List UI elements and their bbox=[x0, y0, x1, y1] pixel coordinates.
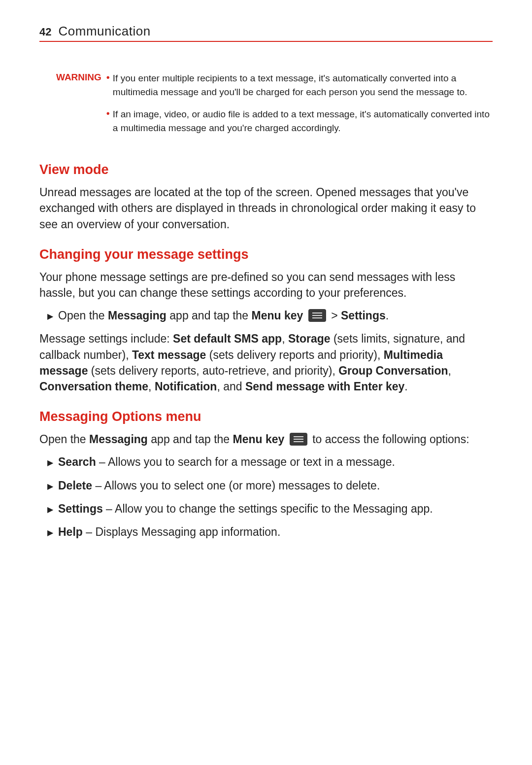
text: – Allows you to search for a message or … bbox=[96, 455, 395, 468]
menu-key-icon bbox=[290, 433, 307, 446]
option-text: Settings – Allow you to change the setti… bbox=[58, 501, 433, 517]
bold-text: Notification bbox=[155, 380, 217, 393]
warning-text: If you enter multiple recipients to a te… bbox=[113, 71, 493, 99]
page-title: Communication bbox=[58, 24, 150, 39]
page-number: 42 bbox=[39, 26, 51, 38]
text: app and tap the bbox=[166, 309, 252, 322]
bold-text: Messaging bbox=[108, 309, 166, 322]
svg-rect-4 bbox=[294, 439, 303, 440]
text: , and bbox=[217, 380, 245, 393]
text: , bbox=[148, 380, 155, 393]
option-text: Help – Displays Messaging app informatio… bbox=[58, 524, 280, 540]
options-intro: Open the Messaging app and tap the Menu … bbox=[39, 431, 493, 447]
text: Message settings include: bbox=[39, 332, 173, 345]
svg-rect-1 bbox=[312, 315, 322, 316]
bold-text: Settings bbox=[58, 502, 103, 515]
text: app and tap the bbox=[148, 433, 233, 446]
warning-item: • If you enter multiple recipients to a … bbox=[106, 71, 493, 99]
bold-text: Delete bbox=[58, 479, 92, 492]
bold-text: Send message with Enter key bbox=[245, 380, 404, 393]
bold-text: Conversation theme bbox=[39, 380, 148, 393]
option-text: Search – Allows you to search for a mess… bbox=[58, 454, 395, 470]
bullet-dot-icon: • bbox=[106, 71, 110, 99]
settings-paragraph: Message settings include: Set default SM… bbox=[39, 331, 493, 394]
page: 42 Communication WARNING • If you enter … bbox=[0, 0, 532, 577]
bullet-dot-icon: • bbox=[106, 107, 110, 135]
bold-text: Text message bbox=[132, 348, 206, 361]
warning-items: • If you enter multiple recipients to a … bbox=[106, 71, 493, 143]
bold-text: Help bbox=[58, 525, 83, 538]
option-item-help: ▶ Help – Displays Messaging app informat… bbox=[47, 524, 493, 540]
text: Open the bbox=[58, 309, 108, 322]
bold-text: Menu key bbox=[233, 433, 285, 446]
option-item-search: ▶ Search – Allows you to search for a me… bbox=[47, 454, 493, 470]
menu-key-icon bbox=[308, 309, 326, 322]
step-list: ▶ Open the Messaging app and tap the Men… bbox=[47, 308, 493, 324]
triangle-bullet-icon: ▶ bbox=[47, 308, 53, 322]
text: Open the bbox=[39, 433, 89, 446]
svg-rect-5 bbox=[294, 441, 303, 442]
page-header: 42 Communication bbox=[39, 24, 493, 42]
warning-item: • If an image, video, or audio file is a… bbox=[106, 107, 493, 135]
text: – Allow you to change the settings speci… bbox=[103, 502, 433, 515]
text: to access the following options: bbox=[309, 433, 469, 446]
bold-text: Set default SMS app bbox=[173, 332, 282, 345]
triangle-bullet-icon: ▶ bbox=[47, 454, 53, 468]
bold-text: Messaging bbox=[89, 433, 148, 446]
view-mode-body: Unread messages are located at the top o… bbox=[39, 184, 493, 232]
changing-body: Your phone message settings are pre-defi… bbox=[39, 269, 493, 301]
svg-rect-3 bbox=[294, 436, 303, 437]
bold-text: Menu key bbox=[252, 309, 303, 322]
text: , bbox=[282, 332, 288, 345]
text: , bbox=[448, 364, 451, 377]
text: > bbox=[328, 309, 341, 322]
svg-rect-0 bbox=[312, 313, 322, 313]
svg-rect-2 bbox=[312, 317, 322, 318]
warning-block: WARNING • If you enter multiple recipien… bbox=[56, 71, 493, 143]
text: (sets delivery reports and priority), bbox=[206, 348, 383, 361]
options-list: ▶ Search – Allows you to search for a me… bbox=[47, 454, 493, 540]
step-item: ▶ Open the Messaging app and tap the Men… bbox=[47, 308, 493, 324]
warning-text: If an image, video, or audio file is add… bbox=[113, 107, 493, 135]
warning-label: WARNING bbox=[56, 71, 101, 143]
triangle-bullet-icon: ▶ bbox=[47, 501, 53, 515]
section-heading-changing: Changing your message settings bbox=[39, 247, 493, 262]
bold-text: Settings bbox=[341, 309, 386, 322]
bold-text: Group Conversation bbox=[338, 364, 448, 377]
text: (sets delivery reports, auto-retrieve, a… bbox=[88, 364, 338, 377]
option-item-settings: ▶ Settings – Allow you to change the set… bbox=[47, 501, 493, 517]
text: . bbox=[404, 380, 407, 393]
option-item-delete: ▶ Delete – Allows you to select one (or … bbox=[47, 478, 493, 494]
option-text: Delete – Allows you to select one (or mo… bbox=[58, 478, 380, 494]
section-heading-view-mode: View mode bbox=[39, 162, 493, 177]
bold-text: Storage bbox=[288, 332, 331, 345]
text: . bbox=[386, 309, 389, 322]
text: – Displays Messaging app information. bbox=[83, 525, 280, 538]
step-text: Open the Messaging app and tap the Menu … bbox=[58, 308, 389, 324]
bold-text: Search bbox=[58, 455, 96, 468]
triangle-bullet-icon: ▶ bbox=[47, 478, 53, 492]
triangle-bullet-icon: ▶ bbox=[47, 524, 53, 538]
text: – Allows you to select one (or more) mes… bbox=[92, 479, 380, 492]
section-heading-options: Messaging Options menu bbox=[39, 409, 493, 424]
